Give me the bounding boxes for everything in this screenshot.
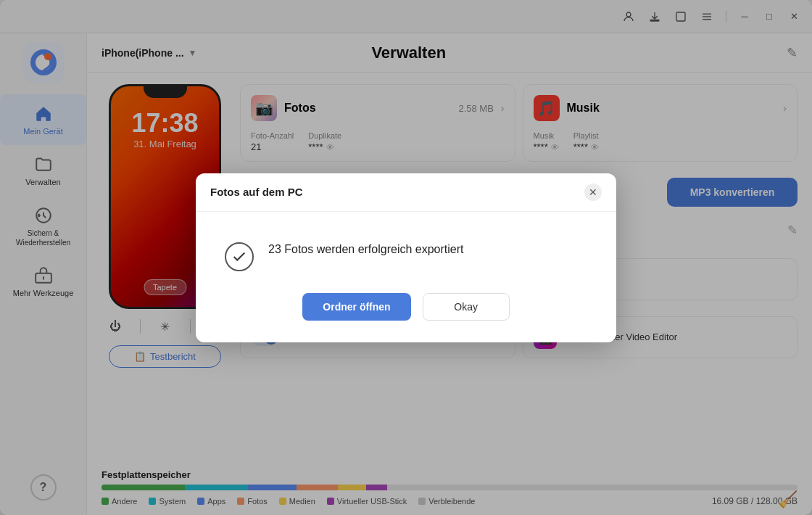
dialog-message: 23 Fotos werden erfolgreich exportiert bbox=[268, 241, 463, 258]
dialog-overlay: Fotos auf dem PC ✕ 23 Fotos werden erfol… bbox=[0, 0, 812, 515]
export-dialog: Fotos auf dem PC ✕ 23 Fotos werden erfol… bbox=[196, 173, 616, 342]
okay-button[interactable]: Okay bbox=[423, 293, 510, 321]
dialog-titlebar: Fotos auf dem PC ✕ bbox=[196, 173, 616, 212]
checkmark-icon bbox=[225, 242, 254, 271]
open-folder-button[interactable]: Ordner öffnen bbox=[302, 293, 410, 321]
dialog-title: Fotos auf dem PC bbox=[210, 186, 303, 198]
dialog-close-button[interactable]: ✕ bbox=[584, 184, 602, 201]
dialog-body: 23 Fotos werden erfolgreich exportiert bbox=[196, 212, 616, 293]
dialog-footer: Ordner öffnen Okay bbox=[196, 293, 616, 342]
